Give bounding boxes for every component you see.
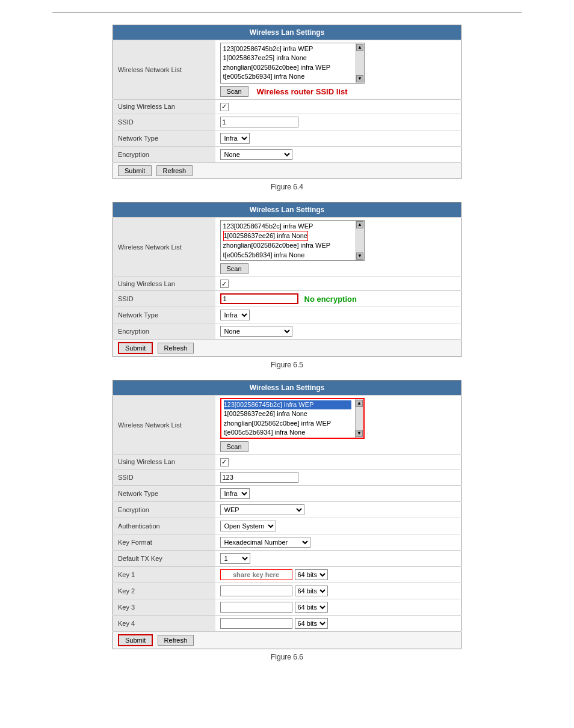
figure4-annotation: Wireless router SSID list — [251, 87, 348, 96]
figure5-nettype-select[interactable]: Infra — [220, 310, 250, 320]
figure5-encryption-value: None — [215, 323, 461, 340]
figure5-net-item-1[interactable]: 123[002586745b2c] infra WEP — [223, 222, 352, 231]
figure5-table: Wireless Lan Settings Wireless Network L… — [113, 202, 461, 358]
figure6-keyformat-select[interactable]: Hexadecimal Number — [220, 537, 310, 548]
figure4-net-item-3[interactable]: zhonglian[0025862c0bee] infra WEP — [223, 63, 352, 72]
figure6-net-item-2[interactable]: 1[00258637ee26] infra None — [224, 409, 351, 418]
figure6-ssid-value — [215, 469, 461, 485]
figure4-ssid-input[interactable] — [220, 117, 298, 127]
figure6-key3-input[interactable] — [220, 602, 292, 613]
figure4-submit-button[interactable]: Submit — [118, 165, 152, 176]
scroll-up-icon[interactable]: ▲ — [356, 44, 363, 51]
scroll-down-icon[interactable]: ▼ — [356, 430, 363, 437]
figure5-encryption-select[interactable]: None — [220, 326, 292, 337]
figure5-buttons: Submit Refresh — [113, 340, 461, 357]
figure5-network-list-value: 123[002586745b2c] infra WEP 1[00258637ee… — [215, 217, 461, 277]
figure4-network-list-label: Wireless Network List — [113, 40, 215, 100]
figure5-using-lan-value: ✓ — [215, 277, 461, 291]
figure6-network-list-label: Wireless Network List — [113, 396, 215, 455]
figure6-title: Wireless Lan Settings — [113, 381, 461, 396]
figure5-network-list-box[interactable]: 123[002586745b2c] infra WEP 1[00258637ee… — [220, 220, 365, 261]
figure4-net-item-1[interactable]: 123[002586745b2c] infra WEP — [223, 44, 352, 54]
figure5-net-item-3[interactable]: zhonglian[0025862c0bee] infra WEP — [223, 241, 352, 250]
figure6-key4-row: Key 4 64 bits — [113, 615, 461, 631]
figure4-net-item-4[interactable]: t[e005c52b6934] infra None — [223, 72, 352, 81]
figure4-using-lan-checkbox[interactable]: ✓ — [220, 103, 229, 111]
figure6-encryption-value: WEP — [215, 501, 461, 518]
figure6-network-inner: 123[002586745b2c] infra WEP 1[00258637ee… — [224, 400, 361, 436]
figure4-network-list-box[interactable]: 123[002586745b2c] infra WEP 1[00258637ee… — [220, 43, 365, 84]
figure4-encryption-row: Encryption None — [113, 146, 461, 162]
figure6-key3-row: Key 3 64 bits — [113, 599, 461, 615]
figure4-nettype-select[interactable]: Infra — [220, 133, 250, 144]
figure6-ssid-input[interactable] — [220, 472, 298, 483]
figure5-annotation: No encryption — [298, 295, 357, 304]
top-divider — [52, 12, 522, 13]
figure5-net-item-4[interactable]: t[e005c52b6934] infra None — [223, 251, 352, 259]
figure5-scrollbar[interactable]: ▲ ▼ — [356, 221, 364, 260]
figure6-key3-bits-select[interactable]: 64 bits — [295, 602, 328, 613]
figure5-network-list-label: Wireless Network List — [113, 217, 215, 277]
figure4-btn-row: Submit Refresh — [113, 162, 461, 179]
figure6-net-item-3[interactable]: zhonglian[0025862c0bee] infra WEP — [224, 419, 351, 428]
figure6-network-list-value: 123[002586745b2c] infra WEP 1[00258637ee… — [215, 396, 461, 455]
figure6-refresh-button[interactable]: Refresh — [158, 635, 194, 646]
figure5-submit-button[interactable]: Submit — [118, 342, 153, 354]
figure4-nettype-label: Network Type — [113, 130, 215, 146]
figure6-table: Wireless Lan Settings Wireless Network L… — [113, 380, 461, 649]
figure6-key2-input[interactable] — [220, 586, 292, 596]
figure6-key2-bits-select[interactable]: 64 bits — [295, 586, 328, 596]
figure6-net-item-4[interactable]: t[e005c52b6934] infra None — [224, 428, 351, 436]
figure6-network-list-row: Wireless Network List 123[002586745b2c] … — [113, 396, 461, 455]
figure6-key4-label: Key 4 — [113, 615, 215, 631]
figure5-nettype-label: Network Type — [113, 307, 215, 323]
figure4-net-item-2[interactable]: 1[00258637ee25] infra None — [223, 54, 352, 63]
figure4-scan-button[interactable]: Scan — [220, 86, 248, 97]
figure6-scrollbar[interactable]: ▲ ▼ — [355, 399, 363, 438]
figure6-defaulttxkey-select[interactable]: 1 — [220, 553, 250, 564]
figure6-keyformat-value: Hexadecimal Number — [215, 534, 461, 550]
figure5-encryption-row: Encryption None — [113, 323, 461, 340]
figure6-key4-input[interactable] — [220, 618, 292, 629]
figure5-nettype-row: Network Type Infra — [113, 307, 461, 323]
figure5-using-lan-checkbox[interactable]: ✓ — [220, 280, 229, 288]
figure6-using-lan-value: ✓ — [215, 455, 461, 470]
figure6-encryption-select[interactable]: WEP — [220, 504, 304, 515]
figure6-key3-label: Key 3 — [113, 599, 215, 615]
figure6-auth-select[interactable]: Open System — [220, 521, 276, 531]
scroll-down-icon[interactable]: ▼ — [356, 75, 363, 82]
figure5-using-lan-row: Using Wireless Lan ✓ — [113, 277, 461, 291]
scroll-down-icon[interactable]: ▼ — [356, 252, 363, 260]
figure4-refresh-button[interactable]: Refresh — [156, 165, 193, 176]
figure5-ssid-row: SSID No encryption — [113, 291, 461, 307]
figure5-nettype-value: Infra — [215, 307, 461, 323]
figure6-btn-row: Submit Refresh — [113, 631, 461, 649]
figure6-buttons: Submit Refresh — [113, 631, 461, 649]
figure5-scan-button[interactable]: Scan — [220, 263, 248, 274]
figure5-caption: Figure 6.5 — [52, 361, 522, 369]
figure4-nettype-row: Network Type Infra — [113, 130, 461, 146]
figure5-net-item-2[interactable]: 1[00258637ee26] infra None — [223, 231, 308, 241]
figure6-key1-bits-select[interactable]: 64 bits — [295, 569, 328, 580]
figure6-nettype-select[interactable]: Infra — [220, 488, 250, 499]
figure6-using-lan-checkbox[interactable]: ✓ — [220, 458, 229, 466]
figure6-key4-bits-select[interactable]: 64 bits — [295, 618, 328, 629]
figure6-submit-button[interactable]: Submit — [118, 634, 153, 646]
figure4-caption: Figure 6.4 — [52, 183, 522, 191]
figure4-ssid-row: SSID — [113, 114, 461, 130]
figure4-encryption-label: Encryption — [113, 146, 215, 162]
figure5-ssid-input[interactable] — [220, 293, 298, 304]
figure6-defaulttxkey-row: Default TX Key 1 — [113, 550, 461, 566]
figure4-scrollbar[interactable]: ▲ ▼ — [356, 43, 364, 83]
figure6-keyformat-label: Key Format — [113, 534, 215, 550]
figure6-net-item-1[interactable]: 123[002586745b2c] infra WEP — [224, 400, 351, 409]
figure6-auth-value: Open System — [215, 518, 461, 534]
figure6-scan-button[interactable]: Scan — [220, 441, 248, 452]
figure6-nettype-label: Network Type — [113, 485, 215, 501]
figure6-key1-input[interactable] — [220, 569, 292, 580]
figure5-refresh-button[interactable]: Refresh — [158, 343, 194, 353]
scroll-up-icon[interactable]: ▲ — [356, 221, 363, 228]
figure4-encryption-select[interactable]: None — [220, 149, 292, 160]
figure6-network-list-box[interactable]: 123[002586745b2c] infra WEP 1[00258637ee… — [220, 398, 365, 439]
scroll-up-icon[interactable]: ▲ — [356, 400, 363, 407]
